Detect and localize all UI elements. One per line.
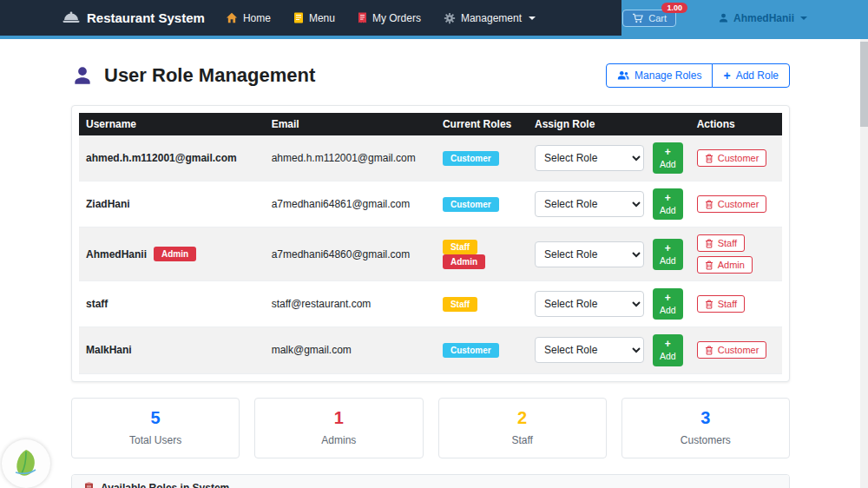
trash-icon <box>705 154 713 163</box>
column-header-current-roles: Current Roles <box>436 113 528 135</box>
role-badge-customer: Customer <box>443 151 499 166</box>
nav-management-label: Management <box>461 12 522 24</box>
chevron-down-icon <box>800 16 807 20</box>
table-row: MalkHani malk@gmail.com Customer Select … <box>79 327 782 373</box>
vertical-scrollbar[interactable] <box>860 39 868 488</box>
assign-role-select[interactable]: Select Role <box>535 241 644 267</box>
nav-management[interactable]: Management <box>444 12 536 24</box>
add-role-submit-button[interactable]: + Add <box>653 142 683 174</box>
add-role-submit-button[interactable]: + Add <box>653 239 683 270</box>
assign-role-select[interactable]: Select Role <box>535 191 644 217</box>
page-title: User Role Management <box>104 64 315 87</box>
gear-icon <box>444 12 456 24</box>
orders-receipt-icon <box>358 12 367 23</box>
nav-home[interactable]: Home <box>226 12 271 24</box>
remove-role-button[interactable]: Customer <box>697 195 767 213</box>
stat-value: 5 <box>72 408 239 428</box>
cart-icon <box>632 13 644 23</box>
role-badge-staff: Staff <box>443 240 477 254</box>
column-header-email: Email <box>265 113 436 135</box>
restaurant-logo-icon <box>62 11 80 24</box>
stat-label: Staff <box>439 434 606 446</box>
row-email: ahmed.h.m112001@gmail.com <box>272 152 416 164</box>
remove-role-button[interactable]: Customer <box>697 341 767 359</box>
nav-home-label: Home <box>243 12 271 24</box>
home-icon <box>226 12 238 23</box>
main-content: User Role Management Manage Roles + Add … <box>71 63 790 488</box>
user-role-title-icon <box>71 64 94 87</box>
plus-icon: + <box>723 69 730 82</box>
row-username: MalkHani <box>86 344 132 356</box>
role-badge-staff: Staff <box>443 297 477 312</box>
row-email: a7medhani64860@gmail.com <box>272 248 411 260</box>
add-role-label: Add Role <box>736 69 779 82</box>
stats-row: 5 Total Users 1 Admins 2 Staff 3 Custome… <box>71 398 790 458</box>
user-roles-table-card: Username Email Current Roles Assign Role… <box>71 105 790 382</box>
brand-title: Restaurant System <box>87 10 205 25</box>
trash-icon <box>705 346 713 355</box>
stat-label: Total Users <box>72 434 239 446</box>
assign-role-select[interactable]: Select Role <box>535 145 644 171</box>
row-email: staff@restaurant.com <box>272 298 372 310</box>
nav-menu-label: Menu <box>309 12 335 24</box>
scrollbar-thumb[interactable] <box>860 42 868 127</box>
table-row: staff staff@restaurant.com Staff Select … <box>79 281 782 327</box>
row-username: ZiadHani <box>86 198 130 210</box>
brand[interactable]: Restaurant System <box>62 10 205 25</box>
cart-button[interactable]: 1.00 Cart <box>622 10 676 27</box>
user-icon <box>718 12 729 23</box>
user-roles-table: Username Email Current Roles Assign Role… <box>79 113 782 374</box>
manage-roles-label: Manage Roles <box>635 69 701 82</box>
trash-icon <box>705 239 713 248</box>
table-header-row: Username Email Current Roles Assign Role… <box>79 113 782 135</box>
row-username: AhmedHanii <box>86 248 147 260</box>
table-row: ahmed.h.m112001@gmail.com ahmed.h.m11200… <box>79 135 782 181</box>
manage-roles-button[interactable]: Manage Roles <box>606 63 713 88</box>
stat-card-staff: 2 Staff <box>438 398 607 458</box>
row-email: malk@gmail.com <box>272 344 352 356</box>
stat-value: 1 <box>255 408 422 428</box>
role-badge-customer: Customer <box>443 343 499 358</box>
nav-my-orders[interactable]: My Orders <box>358 12 421 24</box>
role-badge-admin: Admin <box>443 254 485 269</box>
row-username: ahmed.h.m112001@gmail.com <box>86 152 237 164</box>
menu-book-icon <box>293 12 304 23</box>
plus-icon: + <box>665 338 671 351</box>
cart-count-badge: 1.00 <box>661 3 687 13</box>
nav-my-orders-label: My Orders <box>372 12 421 24</box>
assign-role-select[interactable]: Select Role <box>535 291 644 317</box>
role-badge-customer: Customer <box>443 197 499 212</box>
column-header-assign-role: Assign Role <box>528 113 690 135</box>
stat-value: 2 <box>439 408 606 428</box>
cart-label: Cart <box>648 13 667 23</box>
stat-card-admins: 1 Admins <box>254 398 423 458</box>
plus-icon: + <box>665 146 671 159</box>
user-name: AhmedHanii <box>733 12 794 24</box>
remove-role-button[interactable]: Customer <box>697 149 767 167</box>
add-role-button[interactable]: + Add Role <box>712 63 790 88</box>
chevron-down-icon <box>529 16 536 20</box>
plus-icon: + <box>665 192 671 205</box>
trash-icon <box>705 200 713 209</box>
nav-menu[interactable]: Menu <box>293 12 335 24</box>
main-nav: Home Menu My Orders Management <box>226 12 536 24</box>
table-row: ZiadHani a7medhani64861@gmail.com Custom… <box>79 181 782 228</box>
site-logo-watermark <box>2 439 50 488</box>
stat-card-customers: 3 Customers <box>621 398 790 458</box>
clipboard-icon <box>84 482 94 488</box>
user-menu[interactable]: AhmedHanii <box>718 12 807 24</box>
add-role-submit-button[interactable]: + Add <box>653 288 683 320</box>
remove-role-button[interactable]: Admin <box>697 256 753 274</box>
add-role-submit-button[interactable]: + Add <box>653 334 683 366</box>
remove-role-button[interactable]: Staff <box>697 234 745 252</box>
assign-role-select[interactable]: Select Role <box>535 337 644 363</box>
stat-label: Customers <box>622 434 789 446</box>
remove-role-button[interactable]: Staff <box>697 295 745 313</box>
add-role-submit-button[interactable]: + Add <box>653 188 683 220</box>
header-actions: Manage Roles + Add Role <box>606 63 790 88</box>
leaf-logo-icon <box>9 446 43 481</box>
plus-icon: + <box>665 292 671 305</box>
plus-icon: + <box>665 242 671 255</box>
row-email: a7medhani64861@gmail.com <box>272 198 411 210</box>
available-roles-title: Available Roles in System <box>101 482 229 488</box>
